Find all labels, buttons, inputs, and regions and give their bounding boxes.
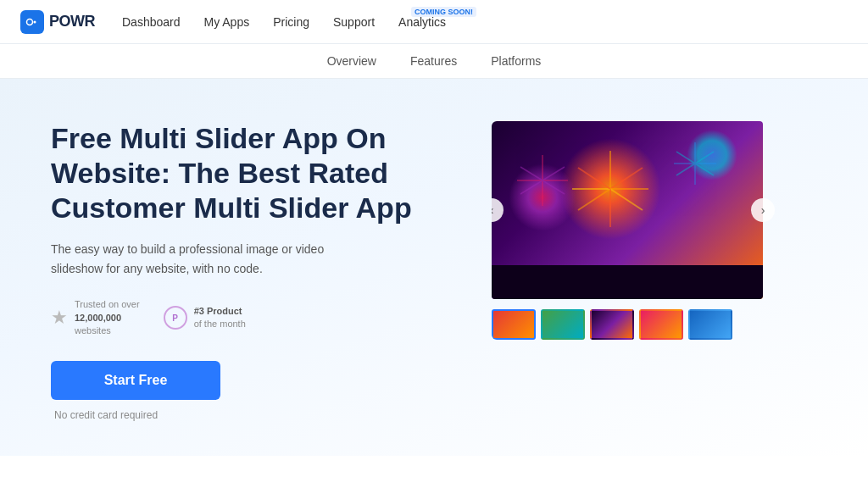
start-free-button[interactable]: Start Free <box>51 361 220 400</box>
nav-links: Dashboard My Apps Pricing Support Analyt… <box>122 15 446 29</box>
slider-main-image <box>492 121 763 299</box>
svg-line-19 <box>695 152 714 164</box>
sub-nav-features[interactable]: Features <box>410 54 457 68</box>
crowd-silhouette <box>492 265 763 299</box>
nav-pricing[interactable]: Pricing <box>273 15 309 29</box>
svg-line-23 <box>676 164 695 175</box>
why-section: Why POWR Multi Slider for your website? … <box>0 456 868 488</box>
nav-my-apps[interactable]: My Apps <box>204 15 250 29</box>
slider-thumbnails <box>492 309 817 340</box>
product-hunt-icon: P <box>164 306 187 330</box>
logo[interactable]: POWR <box>20 10 95 34</box>
svg-point-0 <box>27 19 33 25</box>
logo-text: POWR <box>49 13 95 30</box>
svg-line-7 <box>578 189 610 210</box>
svg-line-25 <box>676 152 695 164</box>
trust-text-product: #3 Product of the month <box>194 305 246 331</box>
sub-nav-platforms[interactable]: Platforms <box>491 54 541 68</box>
svg-line-13 <box>542 180 565 194</box>
logo-icon <box>20 10 44 34</box>
hero-right: ‹ › <box>492 121 817 340</box>
slider-thumbnail-1[interactable] <box>492 309 536 340</box>
sub-navigation: Overview Features Platforms <box>0 44 868 79</box>
nav-analytics-wrap: Analytics COMING SOON! <box>398 15 446 29</box>
nav-dashboard[interactable]: Dashboard <box>122 15 181 29</box>
svg-point-1 <box>34 20 36 23</box>
svg-line-17 <box>520 167 542 180</box>
hero-left: Free Multi Slider App On Website: The Be… <box>51 121 441 422</box>
svg-line-15 <box>520 180 542 194</box>
svg-line-11 <box>542 167 565 180</box>
trust-text-websites: Trusted on over 12,000,000 websites <box>75 298 140 337</box>
sub-nav-overview[interactable]: Overview <box>327 54 376 68</box>
trust-badges: ★ Trusted on over 12,000,000 websites P … <box>51 298 441 337</box>
svg-line-9 <box>578 168 610 189</box>
no-credit-card-text: No credit card required <box>54 409 158 421</box>
slider-thumbnail-4[interactable] <box>639 309 683 340</box>
nav-support[interactable]: Support <box>333 15 375 29</box>
svg-line-5 <box>610 189 643 210</box>
hero-section: Free Multi Slider App On Website: The Be… <box>0 79 868 456</box>
slider-thumbnail-5[interactable] <box>688 309 732 340</box>
svg-line-21 <box>695 164 714 175</box>
star-icon: ★ <box>51 307 68 329</box>
image-slider: ‹ › <box>492 121 817 340</box>
hero-description: The easy way to build a professional ima… <box>51 240 339 278</box>
slider-next-button[interactable]: › <box>751 198 775 222</box>
trust-badge-websites: ★ Trusted on over 12,000,000 websites <box>51 298 140 337</box>
hero-title: Free Multi Slider App On Website: The Be… <box>51 121 441 225</box>
slider-thumbnail-3[interactable] <box>590 309 634 340</box>
slider-thumbnail-2[interactable] <box>541 309 585 340</box>
top-navigation: POWR Dashboard My Apps Pricing Support A… <box>0 0 868 44</box>
nav-analytics[interactable]: Analytics <box>398 15 446 29</box>
svg-line-3 <box>610 168 643 189</box>
coming-soon-badge: COMING SOON! <box>411 7 476 17</box>
trust-badge-product: P #3 Product of the month <box>164 305 246 331</box>
